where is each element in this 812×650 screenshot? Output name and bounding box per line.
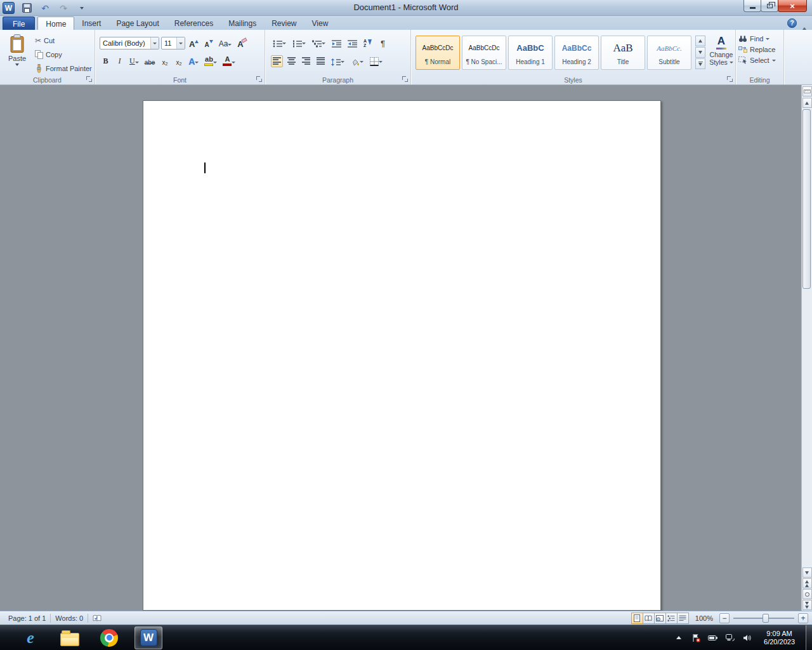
taskbar-word-button[interactable]: W — [134, 627, 162, 649]
superscript-button[interactable]: x2 — [173, 55, 185, 67]
scrollbar-track[interactable] — [802, 109, 812, 567]
zoom-slider[interactable] — [733, 613, 794, 623]
outline-view-button[interactable] — [665, 613, 678, 624]
multilevel-list-button[interactable] — [310, 37, 327, 49]
taskbar-chrome-button[interactable] — [95, 627, 123, 649]
font-size-combobox[interactable]: 11 — [161, 37, 185, 50]
zoom-level[interactable]: 100% — [693, 614, 716, 622]
zoom-slider-thumb[interactable] — [763, 614, 769, 623]
style-title[interactable]: AaB Title — [601, 36, 645, 70]
restore-button[interactable] — [761, 0, 778, 12]
customize-qat-button[interactable] — [75, 2, 88, 15]
show-hidden-icons-button[interactable] — [673, 625, 684, 650]
font-dialog-launcher[interactable] — [256, 76, 263, 83]
strikethrough-button[interactable]: abe — [143, 55, 157, 67]
scroll-down-button[interactable] — [802, 567, 812, 578]
find-button[interactable]: Find — [738, 35, 776, 43]
clipboard-dialog-launcher[interactable] — [86, 76, 93, 83]
bold-button[interactable]: B — [100, 55, 112, 67]
replace-button[interactable]: Replace — [738, 46, 776, 53]
tab-home[interactable]: Home — [37, 17, 74, 30]
styles-dialog-launcher[interactable] — [726, 76, 733, 83]
shrink-font-button[interactable]: A — [202, 37, 214, 50]
draft-view-button[interactable] — [677, 613, 689, 624]
minimize-ribbon-button[interactable] — [802, 20, 807, 27]
style-heading-1[interactable]: AaBbC Heading 1 — [508, 36, 553, 70]
change-styles-button[interactable]: A Change Styles — [708, 35, 735, 74]
text-highlight-color-button[interactable]: ab — [202, 55, 219, 67]
view-ruler-button[interactable] — [802, 86, 812, 96]
proofing-status-button[interactable] — [88, 611, 106, 625]
style-no-spacing[interactable]: AaBbCcDc ¶ No Spaci... — [462, 36, 506, 70]
redo-button[interactable]: ↷ — [57, 2, 70, 15]
tab-view[interactable]: View — [304, 17, 336, 30]
word-logo-icon[interactable]: W — [3, 2, 15, 14]
justify-button[interactable] — [315, 55, 327, 67]
styles-gallery-more-button[interactable] — [695, 58, 705, 69]
taskbar-clock[interactable]: 9:09 AM 6/20/2023 — [759, 630, 800, 646]
font-size-dropdown[interactable] — [176, 37, 185, 49]
tab-page-layout[interactable]: Page Layout — [108, 17, 166, 30]
next-page-button[interactable] — [802, 600, 812, 610]
numbering-button[interactable] — [291, 37, 308, 49]
tab-references[interactable]: References — [167, 17, 221, 30]
close-button[interactable]: × — [778, 0, 807, 12]
line-spacing-button[interactable] — [329, 55, 346, 67]
cut-button[interactable]: ✂ Cut — [33, 35, 94, 46]
tab-mailings[interactable]: Mailings — [221, 17, 264, 30]
style-normal[interactable]: AaBbCcDc ¶ Normal — [416, 36, 460, 70]
full-screen-reading-view-button[interactable] — [643, 613, 655, 624]
word-count-indicator[interactable]: Words: 0 — [51, 611, 88, 625]
styles-gallery-up-button[interactable] — [695, 36, 705, 46]
undo-button[interactable]: ↶ — [39, 2, 51, 15]
decrease-indent-button[interactable] — [330, 37, 343, 49]
tab-review[interactable]: Review — [264, 17, 304, 30]
previous-page-button[interactable] — [802, 578, 812, 588]
align-center-button[interactable] — [285, 55, 298, 67]
style-subtitle[interactable]: AaBbCc. Subtitle — [647, 36, 691, 70]
scroll-up-button[interactable] — [802, 98, 812, 108]
change-case-button[interactable]: Aa — [217, 37, 234, 50]
select-browse-object-button[interactable] — [802, 589, 812, 599]
styles-gallery-down-button[interactable] — [695, 47, 705, 58]
web-layout-view-button[interactable] — [654, 613, 666, 624]
clear-formatting-button[interactable]: A — [235, 37, 248, 50]
align-left-button[interactable] — [271, 55, 283, 67]
battery-button[interactable] — [707, 625, 719, 650]
font-name-combobox[interactable]: Calibri (Body) — [100, 37, 159, 50]
select-button[interactable]: Select — [738, 56, 776, 64]
show-desktop-button[interactable] — [806, 625, 812, 650]
borders-button[interactable] — [368, 55, 384, 67]
file-tab[interactable]: File — [3, 17, 35, 30]
taskbar-file-explorer-button[interactable] — [56, 627, 84, 649]
shading-button[interactable] — [349, 55, 365, 67]
underline-button[interactable]: U — [128, 55, 141, 67]
scrollbar-thumb[interactable] — [802, 109, 811, 289]
bullets-button[interactable] — [271, 37, 288, 49]
subscript-button[interactable]: x2 — [159, 55, 171, 67]
align-right-button[interactable] — [300, 55, 312, 67]
font-name-dropdown[interactable] — [150, 37, 159, 49]
italic-button[interactable]: I — [114, 55, 126, 67]
zoom-in-button[interactable]: + — [798, 613, 808, 623]
network-button[interactable] — [724, 625, 736, 650]
paste-button[interactable]: Paste — [3, 34, 31, 74]
tab-insert[interactable]: Insert — [74, 17, 108, 30]
copy-button[interactable]: Copy — [33, 49, 94, 60]
help-button[interactable]: ? — [787, 18, 797, 28]
format-painter-button[interactable]: Format Painter — [33, 63, 94, 74]
style-heading-2[interactable]: AaBbCc Heading 2 — [554, 36, 599, 70]
grow-font-button[interactable]: A — [187, 37, 200, 50]
text-effects-button[interactable]: A — [187, 55, 200, 67]
paragraph-dialog-launcher[interactable] — [402, 76, 409, 83]
action-center-button[interactable] — [690, 625, 702, 650]
taskbar-internet-explorer-button[interactable]: e — [16, 627, 44, 649]
zoom-out-button[interactable]: − — [719, 613, 730, 623]
volume-button[interactable] — [742, 625, 753, 650]
page-count-indicator[interactable]: Page: 1 of 1 — [4, 611, 50, 625]
font-color-button[interactable]: A — [221, 55, 237, 67]
increase-indent-button[interactable] — [346, 37, 359, 49]
sort-button[interactable]: A Z — [362, 37, 374, 49]
minimize-button[interactable] — [743, 0, 761, 12]
print-layout-view-button[interactable] — [631, 613, 643, 624]
